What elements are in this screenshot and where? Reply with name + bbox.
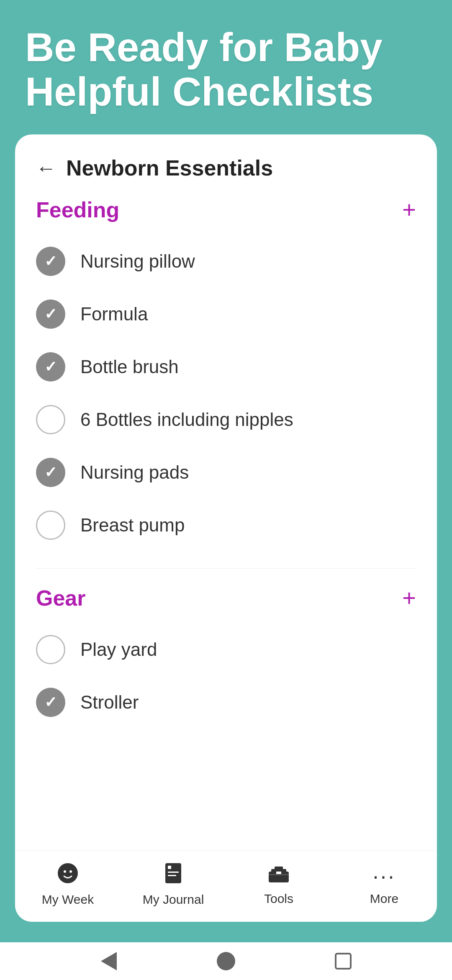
nav-label-my-week: My Week <box>42 892 94 907</box>
svg-rect-5 <box>168 872 179 873</box>
journal-icon <box>164 862 183 884</box>
svg-rect-3 <box>165 863 181 883</box>
svg-point-1 <box>64 870 66 873</box>
section-feeding: Feeding + ✓ Nursing pillow ✓ Formula ✓ <box>36 197 416 552</box>
nav-label-my-journal: My Journal <box>143 892 204 907</box>
add-feeding-button[interactable]: + <box>402 198 416 222</box>
section-header-feeding: Feeding + <box>36 197 416 222</box>
system-back-button[interactable] <box>98 951 119 972</box>
nav-label-more: More <box>370 892 398 906</box>
home-circle-icon <box>217 952 235 970</box>
bottom-nav: My Week My Journal <box>15 851 437 922</box>
svg-rect-6 <box>168 875 176 876</box>
item-formula[interactable]: ✓ Formula <box>36 288 416 340</box>
add-gear-button[interactable]: + <box>402 586 416 610</box>
tools-icon <box>268 863 290 888</box>
check-nursing-pillow: ✓ <box>36 247 65 276</box>
label-bottle-brush: Bottle brush <box>80 356 179 377</box>
check-icon: ✓ <box>44 464 57 481</box>
system-recents-button[interactable] <box>333 951 354 972</box>
card-header: ← Newborn Essentials <box>36 155 416 181</box>
system-nav-bar <box>0 942 452 980</box>
card-title: Newborn Essentials <box>66 155 273 181</box>
label-play-yard: Play yard <box>80 639 157 660</box>
section-title-feeding: Feeding <box>36 197 119 222</box>
check-icon: ✓ <box>44 305 57 323</box>
check-icon: ✓ <box>44 358 57 376</box>
section-divider <box>36 568 416 569</box>
header-section: Be Ready for Baby Helpful Checklists <box>0 0 452 134</box>
main-card: ← Newborn Essentials Feeding + ✓ Nursing… <box>15 134 437 922</box>
check-bottle-brush: ✓ <box>36 352 65 382</box>
nav-label-tools: Tools <box>264 892 293 906</box>
svg-point-2 <box>69 870 72 873</box>
check-icon: ✓ <box>44 253 57 270</box>
my-week-icon <box>57 862 79 889</box>
item-breast-pump[interactable]: Breast pump <box>36 499 416 552</box>
checklist-feeding: ✓ Nursing pillow ✓ Formula ✓ Bottle brus… <box>36 235 416 552</box>
check-formula: ✓ <box>36 299 65 329</box>
item-bottle-brush[interactable]: ✓ Bottle brush <box>36 340 416 393</box>
header-line1: Be Ready for Baby <box>25 25 383 70</box>
label-formula: Formula <box>80 304 148 325</box>
check-icon: ✓ <box>44 694 57 711</box>
my-journal-icon <box>164 862 183 889</box>
svg-rect-4 <box>168 866 171 869</box>
label-nursing-pads: Nursing pads <box>80 462 189 483</box>
check-stroller: ✓ <box>36 688 65 717</box>
item-play-yard[interactable]: Play yard <box>36 623 416 676</box>
svg-rect-11 <box>269 874 289 875</box>
svg-rect-10 <box>276 872 281 874</box>
label-nursing-pillow: Nursing pillow <box>80 251 195 272</box>
check-bottles-nipples <box>36 405 65 434</box>
svg-point-0 <box>58 863 78 883</box>
header-line2: Helpful Checklists <box>25 69 373 114</box>
nav-item-my-week[interactable]: My Week <box>15 862 121 907</box>
svg-rect-9 <box>275 867 283 870</box>
check-nursing-pads: ✓ <box>36 458 65 487</box>
section-title-gear: Gear <box>36 585 86 611</box>
item-stroller[interactable]: ✓ Stroller <box>36 676 416 729</box>
smiley-icon <box>57 862 79 884</box>
label-stroller: Stroller <box>80 692 139 713</box>
system-home-button[interactable] <box>216 951 236 972</box>
nav-item-my-journal[interactable]: My Journal <box>121 862 226 907</box>
checklist-gear: Play yard ✓ Stroller <box>36 623 416 729</box>
nav-item-more[interactable]: ··· More <box>331 863 437 906</box>
nav-item-tools[interactable]: Tools <box>226 863 331 906</box>
back-button[interactable]: ← <box>36 157 56 180</box>
check-play-yard <box>36 635 65 664</box>
item-nursing-pillow[interactable]: ✓ Nursing pillow <box>36 235 416 288</box>
more-dots-icon: ··· <box>372 863 396 888</box>
recents-square-icon <box>335 953 352 970</box>
toolbox-icon <box>268 864 290 883</box>
check-breast-pump <box>36 511 65 540</box>
back-triangle-icon <box>101 952 117 970</box>
item-bottles-nipples[interactable]: 6 Bottles including nipples <box>36 393 416 446</box>
section-header-gear: Gear + <box>36 585 416 611</box>
item-nursing-pads[interactable]: ✓ Nursing pads <box>36 446 416 499</box>
label-breast-pump: Breast pump <box>80 515 185 536</box>
section-gear: Gear + Play yard ✓ Stroller <box>36 585 416 729</box>
label-bottles-nipples: 6 Bottles including nipples <box>80 409 293 430</box>
